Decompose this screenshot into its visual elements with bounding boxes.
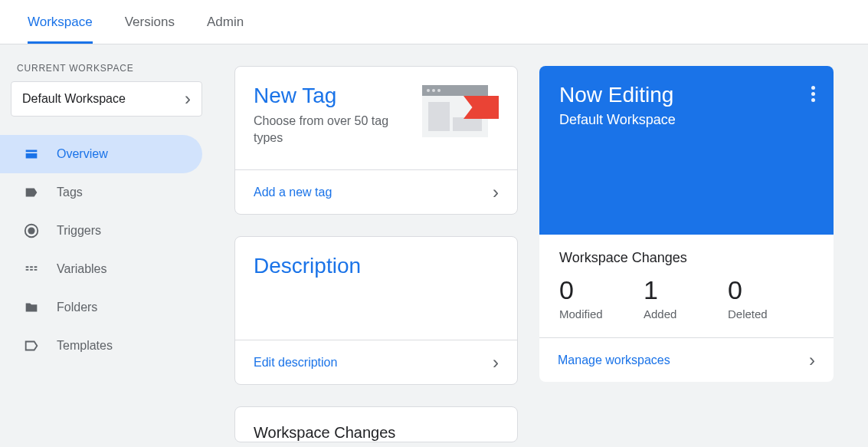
nav-folders[interactable]: Folders (0, 288, 202, 327)
stat-deleted: 0 Deleted (728, 277, 812, 320)
tag-icon (23, 184, 40, 201)
nav-label: Triggers (57, 224, 101, 238)
tab-admin[interactable]: Admin (207, 15, 244, 44)
description-card: Description Edit description › (234, 236, 518, 385)
action-label: Edit description (254, 356, 337, 370)
workspace-changes-heading: Workspace Changes (559, 250, 814, 266)
top-tabs: Workspace Versions Admin (0, 0, 868, 44)
stat-label: Modified (559, 307, 644, 320)
workspace-changes-card: Workspace Changes (234, 406, 518, 442)
new-tag-subtitle: Choose from over 50 tag types (254, 113, 391, 147)
nav-label: Overview (57, 147, 108, 161)
workspace-selector[interactable]: Default Workspace › (11, 81, 202, 117)
nav-triggers[interactable]: Triggers (0, 212, 202, 250)
now-editing-title: Now Editing (559, 83, 814, 107)
action-label: Add a new tag (254, 186, 332, 199)
column-right: Now Editing Default Workspace Workspace … (539, 66, 834, 447)
nav-label: Tags (57, 186, 83, 199)
stat-number: 0 (728, 277, 812, 303)
main-content: New Tag Choose from over 50 tag types Ad… (213, 44, 868, 447)
changes-stats: 0 Modified 1 Added 0 Deleted (559, 277, 814, 320)
tag-illustration-icon (422, 85, 499, 137)
svg-point-1 (28, 227, 34, 234)
chevron-right-icon: › (493, 182, 499, 203)
stat-number: 0 (559, 277, 644, 303)
stat-label: Added (644, 307, 728, 320)
trigger-icon (23, 222, 40, 239)
nav-label: Folders (57, 301, 97, 314)
now-editing-workspace: Default Workspace (559, 112, 814, 128)
nav-templates[interactable]: Templates (0, 327, 202, 365)
manage-workspaces-button[interactable]: Manage workspaces › (539, 337, 834, 382)
new-tag-card: New Tag Choose from over 50 tag types Ad… (234, 66, 518, 215)
folder-icon (23, 299, 40, 316)
now-editing-card: Now Editing Default Workspace Workspace … (539, 66, 834, 382)
chevron-right-icon: › (809, 350, 815, 371)
workspace-name: Default Workspace (22, 92, 126, 106)
sidebar: CURRENT WORKSPACE Default Workspace › Ov… (0, 44, 213, 447)
now-editing-header: Now Editing Default Workspace (539, 66, 834, 235)
nav-label: Variables (57, 262, 107, 276)
nav-tags[interactable]: Tags (0, 173, 202, 212)
overview-icon (23, 146, 40, 163)
more-options-button[interactable] (807, 81, 820, 107)
stat-number: 1 (644, 277, 728, 303)
stat-modified: 0 Modified (559, 277, 644, 320)
nav-label: Templates (57, 339, 113, 353)
add-new-tag-button[interactable]: Add a new tag › (235, 169, 517, 214)
stat-label: Deleted (728, 307, 812, 320)
stat-added: 1 Added (644, 277, 728, 320)
templates-icon (23, 337, 40, 354)
tab-versions[interactable]: Versions (125, 15, 175, 44)
nav-overview[interactable]: Overview (0, 135, 202, 173)
new-tag-title: New Tag (254, 84, 391, 108)
nav-variables[interactable]: Variables (0, 250, 202, 288)
action-label: Manage workspaces (558, 353, 670, 367)
chevron-right-icon: › (493, 352, 499, 373)
workspace-changes-title: Workspace Changes (235, 407, 517, 442)
chevron-right-icon: › (185, 88, 191, 110)
variables-icon (23, 261, 40, 278)
tab-workspace[interactable]: Workspace (28, 15, 93, 44)
column-left: New Tag Choose from over 50 tag types Ad… (234, 66, 518, 447)
edit-description-button[interactable]: Edit description › (235, 340, 517, 384)
description-title: Description (254, 254, 499, 278)
current-workspace-label: CURRENT WORKSPACE (0, 63, 213, 81)
main-layout: CURRENT WORKSPACE Default Workspace › Ov… (0, 44, 868, 447)
